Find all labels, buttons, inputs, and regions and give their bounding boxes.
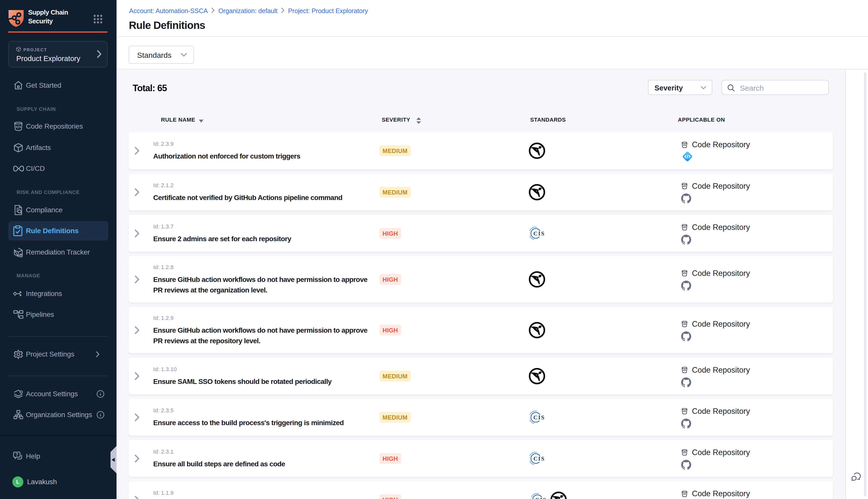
svg-text:?: ? xyxy=(15,452,18,457)
